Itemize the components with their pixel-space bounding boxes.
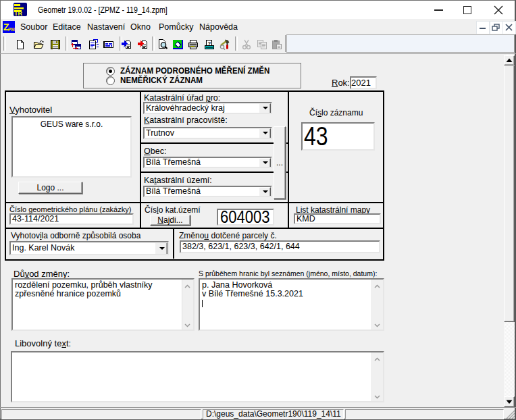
svg-text:PMZ: PMZ xyxy=(8,27,15,32)
svg-text:TR: TR xyxy=(14,10,22,16)
